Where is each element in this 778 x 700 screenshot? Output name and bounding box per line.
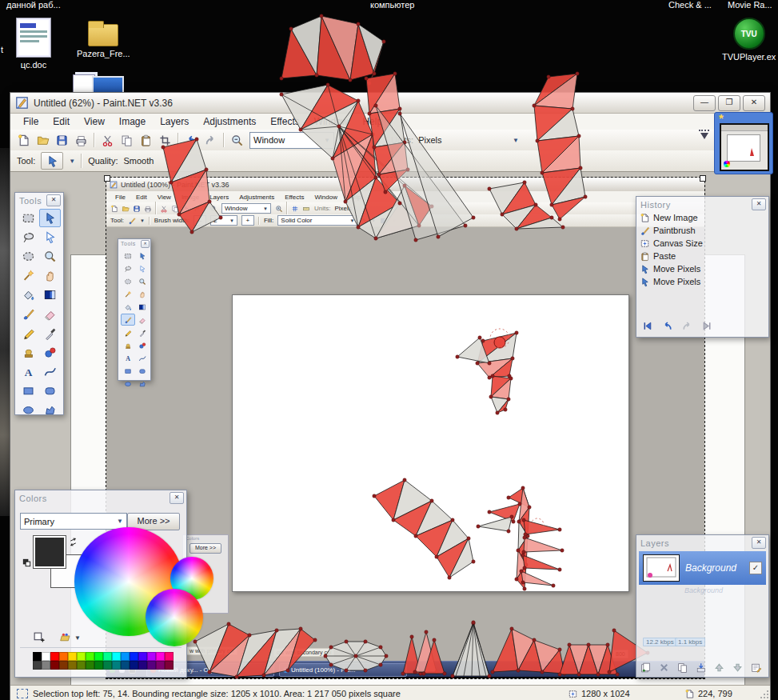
palette-swatch[interactable] xyxy=(121,661,130,670)
palette-swatch[interactable] xyxy=(147,652,156,661)
tool-paint-bucket[interactable] xyxy=(18,286,39,304)
magic-wand-icon[interactable] xyxy=(22,269,35,282)
print-icon[interactable] xyxy=(74,134,88,147)
tool-eraser[interactable] xyxy=(39,305,61,323)
tool-move-selection[interactable] xyxy=(135,262,150,274)
close-icon[interactable]: ✕ xyxy=(752,198,766,210)
merge-down-icon[interactable] xyxy=(695,662,707,674)
tool-recolor[interactable] xyxy=(135,339,150,351)
palette-swatch[interactable] xyxy=(86,661,94,670)
recolor-icon[interactable] xyxy=(43,346,57,359)
menu-edit[interactable]: Edit xyxy=(131,193,152,202)
magic-wand-icon[interactable] xyxy=(124,290,132,298)
rectangle-icon[interactable] xyxy=(124,367,132,375)
grid-icon-icon[interactable] xyxy=(291,205,299,213)
cut-icon[interactable] xyxy=(101,134,114,147)
lasso-icon[interactable] xyxy=(22,230,35,244)
tool-ellipse-select[interactable] xyxy=(121,275,135,287)
close-icon[interactable]: ✕ xyxy=(141,240,150,248)
palette-swatch[interactable] xyxy=(59,652,68,661)
move-selection-icon[interactable] xyxy=(138,265,146,273)
rectangle-select-icon[interactable] xyxy=(124,252,132,260)
paintbrush-icon[interactable] xyxy=(124,316,132,324)
palette-swatch[interactable] xyxy=(112,661,121,670)
hist-start-icon[interactable] xyxy=(641,320,653,332)
line-curve-icon[interactable] xyxy=(138,354,146,362)
history-item[interactable]: Move Pixels xyxy=(636,275,768,288)
chevron-down-icon[interactable]: ▼ xyxy=(69,158,75,165)
menu-effects[interactable]: Effects xyxy=(280,193,309,202)
pan-icon[interactable] xyxy=(138,290,146,298)
rectangle-select-icon[interactable] xyxy=(22,211,35,225)
tool-eraser[interactable] xyxy=(135,314,150,326)
paste-clip-icon[interactable] xyxy=(640,251,650,262)
close-icon[interactable]: ✕ xyxy=(46,194,61,206)
tool-rectangle-select[interactable] xyxy=(18,209,39,227)
redo-curl-icon[interactable] xyxy=(204,134,217,147)
palette-swatch[interactable] xyxy=(94,652,103,661)
tool-zoom[interactable] xyxy=(39,247,61,266)
menu-layers[interactable]: Layers xyxy=(205,193,233,202)
cut-icon[interactable] xyxy=(160,205,168,213)
save-disk-icon[interactable] xyxy=(55,134,69,147)
clone-stamp-icon[interactable] xyxy=(22,346,35,359)
history-item[interactable]: Paste xyxy=(636,250,768,262)
tool-pencil[interactable] xyxy=(121,326,135,338)
text-icon[interactable]: A xyxy=(22,365,35,378)
pencil-icon[interactable] xyxy=(124,329,132,337)
menu-effects[interactable]: Effects xyxy=(264,114,305,129)
tool-rounded-rectangle[interactable] xyxy=(39,382,61,400)
tool-rounded-rectangle[interactable] xyxy=(135,365,150,377)
new-file-icon[interactable] xyxy=(640,213,650,223)
palette-swatch[interactable] xyxy=(156,661,165,670)
tool-lasso[interactable] xyxy=(121,262,135,274)
menu-help[interactable]: Help xyxy=(343,193,365,202)
desktop-label[interactable]: компьютер xyxy=(370,0,414,10)
move-icon[interactable] xyxy=(138,252,146,260)
recolor-icon[interactable] xyxy=(138,342,146,350)
palette-swatch[interactable] xyxy=(165,652,174,661)
tool-gradient[interactable] xyxy=(39,286,61,304)
tool-paintbrush[interactable] xyxy=(121,314,135,326)
rounded-rectangle-icon[interactable] xyxy=(43,384,57,398)
paste-clip-icon[interactable] xyxy=(139,134,153,147)
tool-paint-bucket[interactable] xyxy=(121,301,135,313)
ellipse-shape-icon[interactable] xyxy=(22,403,35,417)
close-icon[interactable]: ✕ xyxy=(170,492,184,504)
palette-swatch[interactable] xyxy=(94,661,103,670)
close-button[interactable]: ✕ xyxy=(743,95,765,111)
undo-curl-icon[interactable] xyxy=(661,320,673,332)
tool-magic-wand[interactable] xyxy=(18,266,39,285)
tool-ellipse-select[interactable] xyxy=(18,247,39,266)
print-icon[interactable] xyxy=(144,205,152,213)
tool-zoom[interactable] xyxy=(135,275,150,287)
palette-swatch[interactable] xyxy=(68,652,77,661)
add-layer-icon[interactable] xyxy=(640,662,652,674)
tool-clone-stamp[interactable] xyxy=(121,339,135,351)
new-file-icon[interactable] xyxy=(110,205,118,213)
properties-icon[interactable] xyxy=(750,662,762,674)
up-arrow-icon[interactable] xyxy=(713,662,725,674)
menu-view[interactable]: View xyxy=(78,114,111,129)
menu-window[interactable]: Window xyxy=(308,114,355,129)
palette-swatch[interactable] xyxy=(50,652,59,661)
tool-color-picker[interactable] xyxy=(135,326,150,338)
palette-swatch[interactable] xyxy=(59,661,68,670)
resize-grip[interactable] xyxy=(759,690,768,700)
move-icon[interactable] xyxy=(43,211,57,225)
title-bar[interactable]: Untitled (62%) - Paint.NET v3.36 — ❐ ✕ xyxy=(10,93,770,114)
tool-rectangle[interactable] xyxy=(121,365,135,377)
copy-icon[interactable] xyxy=(171,205,179,213)
pencil-icon[interactable] xyxy=(22,326,35,340)
maximize-button[interactable]: ❐ xyxy=(718,95,740,111)
ellipse-select-icon[interactable] xyxy=(124,278,132,286)
tool-recolor[interactable] xyxy=(39,343,61,362)
undo-curl-icon[interactable] xyxy=(185,134,198,147)
palette-swatch[interactable] xyxy=(77,652,86,661)
zoom-out-icon[interactable] xyxy=(209,205,217,213)
palette-swatch[interactable] xyxy=(165,661,174,670)
menu-file[interactable]: File xyxy=(17,114,45,129)
tool-gradient[interactable] xyxy=(135,301,150,313)
save-disk-icon[interactable] xyxy=(133,205,141,213)
palette-swatch[interactable] xyxy=(130,661,138,670)
